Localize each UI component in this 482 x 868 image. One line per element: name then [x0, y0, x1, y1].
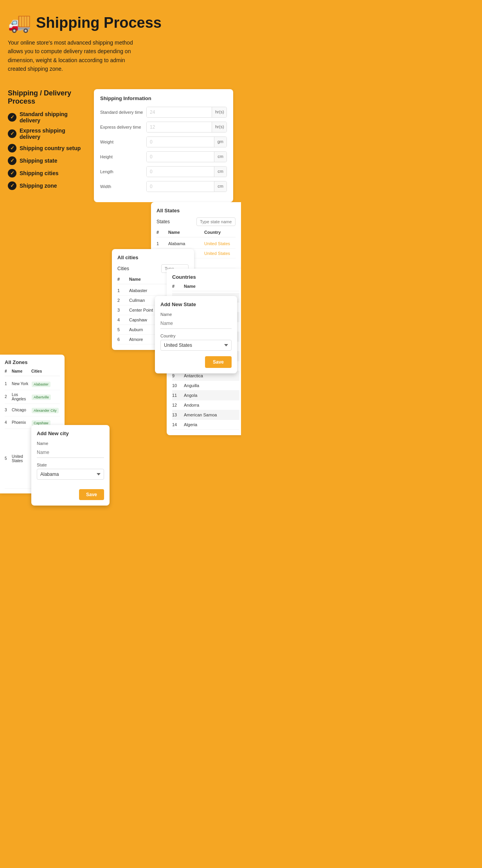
zone-name-2: Los Angeles	[12, 393, 31, 401]
add-state-country-label: Country	[160, 334, 232, 338]
add-state-name-input[interactable]	[160, 318, 232, 329]
zone-num-3: 3	[5, 408, 12, 412]
add-city-state-select[interactable]: Alabama	[37, 469, 104, 480]
city-num-5: 5	[117, 327, 129, 332]
states-search-label: States	[156, 219, 170, 224]
feature-item-5: Shipping cities	[8, 169, 86, 178]
width-row: Width cm	[100, 181, 227, 192]
weight-unit: gm	[214, 137, 227, 147]
zone-num-2: 2	[5, 395, 12, 399]
cities-search-label: Cities	[117, 266, 129, 271]
add-state-save-button[interactable]: Save	[205, 356, 232, 368]
feature-item-3: Shipping country setup	[8, 144, 86, 152]
width-input[interactable]	[147, 181, 214, 192]
feature-label-2: Express shipping delivery	[20, 127, 86, 140]
country-num-12: 12	[172, 403, 184, 407]
feature-label-3: Shipping country setup	[20, 145, 81, 151]
shipping-info-card: Shipping Information Standard delivery t…	[94, 89, 233, 202]
height-label: Height	[100, 154, 143, 159]
zone-name-4: Phoenix	[12, 420, 31, 425]
standard-delivery-unit: hr(s)	[212, 107, 227, 117]
page-title: Shipping Process	[36, 14, 162, 31]
express-delivery-label: Express delivery time	[100, 125, 143, 129]
country-row-14: 14 Algeria	[172, 420, 239, 430]
add-state-country-select[interactable]: United States	[160, 340, 232, 351]
height-unit: cm	[214, 152, 227, 162]
country-row-13: 13 American Samoa	[172, 410, 239, 420]
zone-num-1: 1	[5, 382, 12, 386]
country-num-10: 10	[172, 383, 184, 388]
features-title: Shipping / Delivery Process	[8, 89, 86, 106]
zone-cities-1: Alabaster	[31, 380, 60, 387]
add-city-title: Add New city	[37, 430, 104, 436]
all-zones-title: All Zones	[5, 359, 60, 365]
hero-section: 🚚 Shipping Process Your online store's m…	[0, 0, 241, 81]
standard-delivery-input[interactable]	[147, 107, 212, 117]
standard-delivery-label: Standard delivery time	[100, 110, 143, 115]
feature-label-4: Shipping state	[20, 158, 57, 164]
features-section: Shipping / Delivery Process Standard shi…	[0, 81, 241, 202]
add-city-save-button[interactable]: Save	[79, 489, 104, 500]
zone-row-2: 2 Los Angeles Albertville	[5, 390, 60, 404]
states-col-name: Name	[168, 230, 204, 235]
countries-title: Countries	[172, 274, 239, 280]
country-num-13: 13	[172, 412, 184, 417]
feature-item-4: Shipping state	[8, 156, 86, 165]
city-num-3: 3	[117, 308, 129, 312]
width-label: Width	[100, 184, 143, 189]
country-num-14: 14	[172, 422, 184, 427]
zone-name-1: New York	[12, 382, 31, 386]
standard-delivery-row: Standard delivery time hr(s)	[100, 107, 227, 118]
states-col-country: Country	[204, 230, 236, 235]
length-input[interactable]	[147, 167, 214, 177]
zone-cities-2: Albertville	[31, 393, 60, 400]
state-country-2: United States	[204, 251, 236, 256]
country-name-12: Andorra	[184, 403, 239, 407]
city-num-1: 1	[117, 288, 129, 293]
city-num-2: 2	[117, 298, 129, 303]
zone-name-5: United States	[12, 454, 31, 463]
lower-section: All States States # Name Country 1 Alaba…	[0, 202, 241, 515]
country-name-10: Anguilla	[184, 383, 239, 388]
width-unit: cm	[214, 181, 227, 192]
express-delivery-input[interactable]	[147, 122, 212, 132]
truck-icon: 🚚	[8, 12, 31, 34]
feature-item-2: Express shipping delivery	[8, 127, 86, 140]
feature-item-6: Shipping zone	[8, 181, 86, 190]
hero-description: Your online store's most advanced shippi…	[8, 38, 141, 74]
add-state-name-label: Name	[160, 312, 232, 317]
city-num-4: 4	[117, 317, 129, 322]
countries-col-name: Name	[184, 284, 239, 289]
country-name-11: Angola	[184, 393, 239, 398]
zones-col-cities: Cities	[31, 369, 60, 373]
check-icon-6	[8, 181, 16, 190]
states-search-input[interactable]	[196, 217, 236, 226]
state-row-1: 1 Alabama United States	[156, 239, 236, 249]
cities-col-hash: #	[117, 277, 129, 282]
zone-row-3: 3 Chicago Alexander City	[5, 404, 60, 416]
zone-num-4: 4	[5, 420, 12, 425]
features-list: Shipping / Delivery Process Standard shi…	[8, 89, 86, 194]
check-icon-2	[8, 129, 16, 138]
zone-cities-3: Alexander City	[31, 406, 60, 414]
add-city-name-label: Name	[37, 441, 104, 446]
city-num-6: 6	[117, 337, 129, 342]
weight-row: Weight gm	[100, 136, 227, 147]
country-row-10: 10 Anguilla	[172, 381, 239, 391]
add-city-name-input[interactable]	[37, 447, 104, 458]
weight-input[interactable]	[147, 137, 214, 147]
check-icon-1	[8, 113, 16, 122]
country-name-14: Algeria	[184, 422, 239, 427]
height-input[interactable]	[147, 152, 214, 162]
express-delivery-unit: hr(s)	[212, 122, 227, 132]
length-row: Length cm	[100, 166, 227, 177]
states-col-hash: #	[156, 230, 168, 235]
state-country-1: United States	[204, 241, 236, 246]
zone-row-1: 1 New York Alabaster	[5, 378, 60, 390]
check-icon-3	[8, 144, 16, 152]
countries-col-hash: #	[172, 284, 184, 289]
express-delivery-row: Express delivery time hr(s)	[100, 122, 227, 133]
zone-name-3: Chicago	[12, 408, 31, 412]
country-name-9: Antarctica	[184, 373, 239, 378]
zone-num-5: 5	[5, 456, 12, 461]
